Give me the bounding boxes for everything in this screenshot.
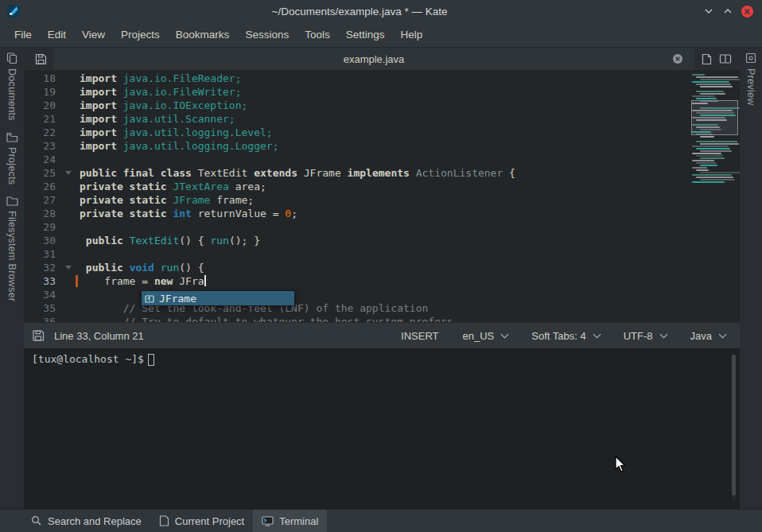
code-text[interactable]: private static JFrame frame;: [80, 193, 690, 207]
fold-column: [60, 234, 80, 247]
new-document-icon[interactable]: [701, 53, 713, 65]
tool-current-project[interactable]: Current Project: [150, 510, 253, 532]
code-line: 36 // Try to default to whatever the hos…: [24, 315, 690, 322]
sidebar-tab-label: Projects: [6, 147, 17, 185]
code-text[interactable]: public final class TextEdit extends JFra…: [80, 166, 690, 180]
minimap-line: [690, 138, 714, 140]
cursor-position: Line 33, Column 21: [54, 330, 144, 342]
split-view-icon[interactable]: [719, 53, 732, 64]
menu-settings[interactable]: Settings: [338, 22, 393, 47]
code-line: 21import java.util.Scanner;: [24, 112, 690, 126]
window-title: ~/Documents/example.java * — Kate: [21, 6, 698, 17]
code-text[interactable]: import java.util.logging.Logger;: [80, 139, 690, 153]
menu-projects[interactable]: Projects: [113, 22, 168, 47]
minimap-line: [692, 160, 714, 161]
completion-popup[interactable]: JFrame: [141, 290, 295, 306]
terminal-prompt: [tux@localhost ~]$: [32, 353, 144, 365]
document-save-icon[interactable]: [29, 53, 53, 65]
fold-column: [60, 72, 80, 85]
code-text[interactable]: [80, 153, 690, 166]
code-text[interactable]: [80, 247, 690, 261]
encoding-selector[interactable]: UTF-8: [624, 330, 667, 342]
minimap-line: [692, 74, 705, 76]
chevron-down-icon: [659, 331, 667, 339]
dictionary-selector[interactable]: en_US: [463, 330, 508, 342]
minimap[interactable]: [690, 70, 740, 322]
titlebar[interactable]: ~/Documents/example.java * — Kate: [0, 0, 762, 22]
fold-marker[interactable]: [60, 166, 80, 180]
code-text[interactable]: import java.io.FileWriter;: [80, 85, 690, 99]
code-text[interactable]: import java.util.logging.Level;: [80, 126, 690, 139]
fold-column: [60, 180, 80, 193]
minimap-line: [692, 181, 725, 183]
menu-tools[interactable]: Tools: [297, 22, 338, 47]
indentation-selector[interactable]: Soft Tabs: 4: [531, 330, 599, 342]
code-line: 26private static JTextArea area;: [24, 180, 690, 193]
code-text[interactable]: frame = new JFra: [80, 274, 690, 288]
menu-edit[interactable]: Edit: [40, 22, 74, 47]
code-text[interactable]: import java.util.Scanner;: [80, 112, 690, 126]
terminal-scrollbar[interactable]: [732, 355, 736, 501]
menu-view[interactable]: View: [74, 22, 113, 47]
kate-app-icon: [6, 4, 21, 18]
sidebar-tab-filesystem-browser[interactable]: Filesystem Browser: [6, 196, 18, 301]
menu-bookmarks[interactable]: Bookmarks: [168, 22, 238, 47]
terminal-panel[interactable]: [tux@localhost ~]$: [24, 348, 740, 509]
fold-column: [60, 220, 80, 234]
minimap-line: [700, 93, 725, 95]
sidebar-tab-label: Preview: [745, 68, 756, 106]
tab-close-icon[interactable]: [672, 53, 683, 64]
code-line: 25public final class TextEdit extends JF…: [24, 166, 690, 180]
chevron-down-icon: [501, 331, 509, 339]
menu-help[interactable]: Help: [392, 22, 430, 47]
input-mode-indicator[interactable]: INSERT: [401, 330, 438, 342]
minimap-viewport[interactable]: [691, 100, 738, 135]
text-editor[interactable]: 18import java.io.FileReader;19import jav…: [24, 70, 740, 322]
minimap-line: [696, 162, 716, 164]
minimap-line: [696, 177, 733, 178]
code-text[interactable]: [80, 220, 690, 234]
close-icon[interactable]: [738, 2, 756, 20]
sidebar-tab-preview[interactable]: Preview: [745, 52, 756, 106]
code-line: 28private static int returnValue = 0;: [24, 207, 690, 220]
minimap-line: [692, 146, 729, 147]
fold-column: [60, 274, 80, 288]
code-text[interactable]: private static JTextArea area;: [80, 180, 690, 193]
minimap-line: [692, 174, 732, 176]
menu-sessions[interactable]: Sessions: [237, 22, 297, 47]
syntax-selector[interactable]: Java: [690, 330, 725, 342]
line-number: 23: [24, 139, 60, 153]
tool-terminal[interactable]: Terminal: [253, 510, 327, 532]
code-text[interactable]: import java.io.IOException;: [80, 99, 690, 112]
sidebar-tab-projects[interactable]: Projects: [6, 132, 18, 185]
sidebar-tab-documents[interactable]: Documents: [6, 52, 17, 121]
code-area[interactable]: 18import java.io.FileReader;19import jav…: [24, 70, 690, 322]
minimap-line: [696, 148, 730, 150]
line-number: 32: [24, 261, 60, 274]
code-line: 27private static JFrame frame;: [24, 193, 690, 207]
tab-example-java[interactable]: example.java: [53, 48, 694, 70]
chevron-down-icon: [719, 331, 727, 339]
minimize-chevron-icon[interactable]: [700, 2, 717, 20]
code-text[interactable]: public void run() {: [80, 261, 690, 274]
minimap-line: [696, 83, 731, 85]
code-text[interactable]: // Try to default to whatever the host s…: [80, 315, 690, 322]
minimap-line: [696, 91, 724, 92]
code-text[interactable]: import java.io.FileReader;: [80, 72, 690, 85]
line-number: 35: [24, 301, 60, 315]
sidebar-tab-label: Documents: [6, 68, 17, 121]
tool-search-and-replace[interactable]: Search and Replace: [22, 510, 150, 532]
minimap-line: [700, 157, 725, 159]
line-number: 22: [24, 126, 60, 139]
folder-icon: [6, 196, 18, 206]
menu-file[interactable]: File: [6, 22, 40, 47]
fold-marker[interactable]: [60, 261, 80, 274]
preview-icon: [745, 52, 756, 64]
editor-column: example.java: [24, 48, 740, 509]
modified-save-icon[interactable]: [32, 329, 45, 342]
minimap-line: [700, 79, 740, 80]
minimap-line: [696, 141, 737, 142]
code-text[interactable]: private static int returnValue = 0;: [80, 207, 690, 220]
code-text[interactable]: public TextEdit() { run(); }: [80, 234, 690, 247]
maximize-chevron-icon[interactable]: [719, 2, 737, 20]
